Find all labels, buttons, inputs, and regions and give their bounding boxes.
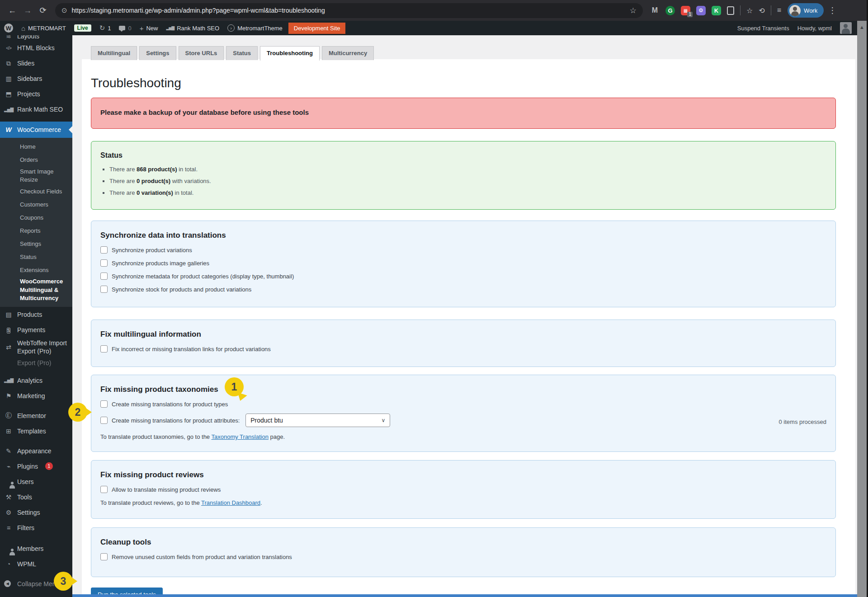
sidebar-item-filters[interactable]: ≡ Filters [0,520,72,536]
sidebar-item-rank-math[interactable]: ▂▅▇ Rank Math SEO [0,102,72,117]
sidebar-item-webtoffee-2[interactable]: Export (Pro) [0,357,72,368]
synchronize-section: Synchronize data into translations Synch… [91,221,836,307]
sidebar-item-customers[interactable]: Customers [0,198,72,211]
sidebar-item-status[interactable]: Status [0,250,72,263]
taxonomy-types-checkbox[interactable] [100,400,108,408]
checkbox-label: Synchronize product variations [112,247,192,254]
sparkle-star-icon[interactable]: ☆ [746,6,753,15]
tab-status[interactable]: Status [226,46,258,60]
sidebar-item-users[interactable]: Users [0,474,72,489]
sidebar-item-appearance[interactable]: ✎ Appearance [0,443,72,459]
environment-badge[interactable]: Live [70,21,95,35]
projects-icon: ⬒ [4,90,13,98]
sidebar-item-analytics[interactable]: ▂▅▇ Analytics [0,373,72,388]
checkbox-label: Create missing translations for product … [112,417,240,424]
site-name-menu[interactable]: ⌂ METROMART [17,21,70,35]
sidebar-item-home[interactable]: Home [0,141,72,154]
sync-metadata-checkbox[interactable] [100,273,108,280]
development-site-badge[interactable]: Development Site [288,23,346,34]
import-export-icon: ⇄ [4,343,13,352]
reload-icon[interactable]: ⟳ [35,3,51,18]
bookmark-star-icon[interactable]: ☆ [630,6,637,15]
taxonomy-attributes-checkbox[interactable] [100,417,108,424]
sidebar-item-woocommerce[interactable]: W WooCommerce [0,122,72,138]
extension-red-icon[interactable]: ▦1 [681,6,690,15]
sync-galleries-checkbox[interactable] [100,259,108,267]
history-icon[interactable]: ⟲ [759,6,764,15]
browser-menu-icon[interactable]: ⋮ [828,5,836,15]
sidebar-item-marketing[interactable]: ⚑ Marketing [0,388,72,404]
profile-name: Work [804,7,817,14]
sync-galleries-row: Synchronize products image galleries [100,259,826,267]
sidebar-item-html-blocks[interactable]: </> HTML Blocks [0,40,72,56]
site-info-icon[interactable]: ⊙ [61,6,67,14]
theme-menu[interactable]: › MetromartTheme [223,21,287,35]
sidebar-item-webtoffee[interactable]: ⇄ WebToffee Import Export (Pro) [0,338,72,357]
tab-store-urls[interactable]: Store URLs [179,46,224,60]
sidebar-item-templates[interactable]: ⊞ Templates [0,423,72,439]
sidebar-item-settings[interactable]: Settings [0,237,72,250]
suspend-transients-link[interactable]: Suspend Transients [737,25,789,32]
sidebar-item-smart-image-resize[interactable]: Smart Image Resize [0,167,72,185]
sidebar-item-wcml[interactable]: WooCommerce Multilingual & Multicurrency [0,277,72,303]
appearance-icon: ✎ [4,447,13,455]
menu-separator [0,439,72,443]
sidebar-item-reports[interactable]: Reports [0,224,72,237]
sidebar-item-sidebars[interactable]: ▥ Sidebars [0,71,72,86]
wp-logo-menu[interactable]: W [0,21,17,35]
sync-stock-checkbox[interactable] [100,286,108,293]
sidebar-item-orders[interactable]: Orders [0,154,72,167]
sidebar-item-wpml[interactable]: ◔ WPML [0,556,72,572]
sync-variations-checkbox[interactable] [100,246,108,254]
sidebar-item-extensions[interactable]: Extensions [0,263,72,277]
sidebar-item-members[interactable]: Members [0,541,72,556]
rank-math-chart-icon: ▂▅▇ [166,26,174,30]
bottom-accent-strip [72,594,857,597]
page-scrollbar[interactable]: ▲ [857,21,867,597]
address-bar[interactable]: ⊙ https://staging.metromarti.ge/wp-admin… [55,3,643,18]
rank-math-menu[interactable]: ▂▅▇ Rank Math SEO [162,21,223,35]
extension-gear-icon[interactable]: ⚙ [696,6,706,15]
extension-jar-icon[interactable] [727,6,734,15]
tab-troubleshooting[interactable]: Troubleshooting [260,46,320,61]
back-icon[interactable]: ← [5,3,20,18]
sidebar-item-payments[interactable]: $ Payments [0,322,72,338]
sidebar-item-checkout-fields[interactable]: Checkout Fields [0,185,72,198]
sidebar-item-elementor[interactable]: Ⓔ Elementor [0,408,72,423]
comments-menu[interactable]: 0 [115,21,135,35]
extension-badge: 1 [687,12,693,17]
plugins-update-badge: 1 [45,462,53,470]
translation-dashboard-link[interactable]: Translation Dashboard [201,499,260,506]
reviews-checkbox[interactable] [100,486,108,493]
scroll-up-arrow[interactable]: ▲ [857,24,867,30]
reading-list-icon[interactable]: ≡ [777,6,781,14]
new-label: New [146,25,158,32]
tab-settings[interactable]: Settings [139,46,176,60]
sidebar-item-products[interactable]: ▤ Products [0,307,72,322]
extension-grammarly-icon[interactable]: G [665,6,675,15]
howdy-menu[interactable]: Howdy, wpml [797,25,832,32]
attribute-select[interactable]: Product btu ∨ [245,414,390,427]
sidebar-item-settings-general[interactable]: ⚙ Settings [0,505,72,520]
forward-icon[interactable]: → [20,3,35,18]
fix-links-checkbox[interactable] [100,345,108,353]
browser-profile-button[interactable]: Work [788,3,824,18]
sidebar-item-plugins[interactable]: ⌁ Plugins 1 [0,459,72,474]
taxonomy-translation-link[interactable]: Taxonomy Translation [211,433,268,440]
checkbox-label: Synchronize stock for products and produ… [112,286,251,293]
updates-menu[interactable]: ↻ 1 [95,21,115,35]
sidebar-item-slides[interactable]: ⧉ Slides [0,56,72,71]
user-avatar[interactable] [840,22,852,34]
new-content-menu[interactable]: + New [136,21,162,35]
sidebar-item-projects[interactable]: ⬒ Projects [0,86,72,102]
tab-multicurrency[interactable]: Multicurrency [322,46,374,60]
sidebar-item-coupons[interactable]: Coupons [0,211,72,224]
chevron-down-icon: ∨ [381,417,385,423]
tab-multilingual[interactable]: Multilingual [91,46,137,60]
sidebar-item-tools[interactable]: ⚒ Tools [0,489,72,505]
extension-k-icon[interactable]: K [712,6,721,15]
checkbox-label: Allow to translate missing product revie… [112,486,221,493]
extension-m-icon[interactable]: M [650,6,660,15]
updates-icon: ↻ [99,24,105,32]
cleanup-checkbox[interactable] [100,553,108,560]
